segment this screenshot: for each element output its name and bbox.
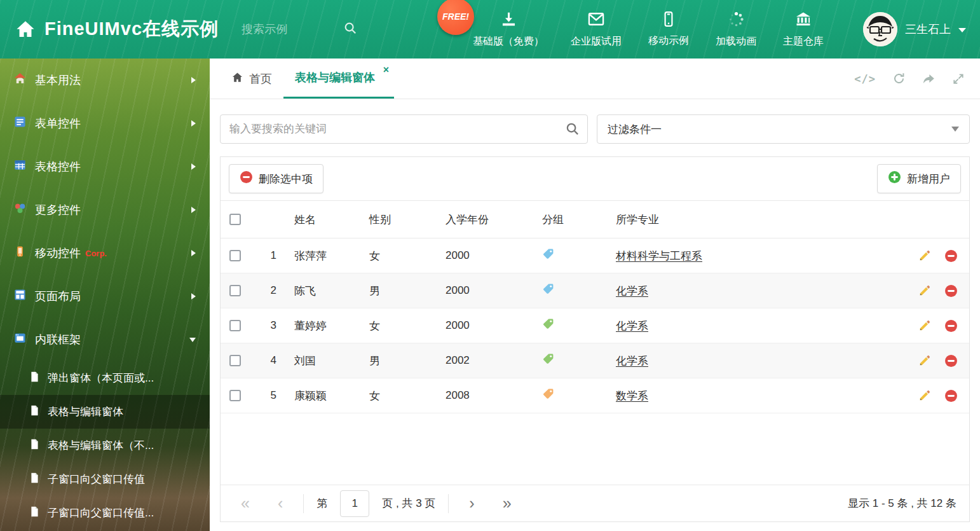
row-index: 1 [250,249,285,262]
delete-row-icon[interactable] [944,284,958,298]
cell-year: 2002 [446,354,542,367]
search-icon[interactable] [565,121,580,139]
code-icon[interactable]: </> [854,72,876,85]
row-index: 3 [250,319,285,332]
keyword-search-input[interactable] [220,114,588,144]
sidebar-subitem-popup-window[interactable]: 弹出窗体（本页面或... [0,361,210,395]
sidebar-item-form-controls[interactable]: 表单控件 [0,102,210,145]
filter-dropdown-value: 过滤条件一 [608,122,662,137]
row-index: 4 [250,354,285,367]
sidebar-item-label: 移动控件 [35,245,81,261]
cell-name: 康颖颖 [285,389,369,403]
sidebar-item-basic-usage[interactable]: 基本用法 [0,59,210,102]
tag-icon [542,318,554,333]
major-link[interactable]: 数学系 [616,390,648,402]
username: 三生石上 [905,22,951,37]
header-nav: 基础版（免费） 企业版试用 移动示例 加载动画 [473,0,824,59]
file-icon [29,506,40,520]
sidebar-item-inline-frame[interactable]: 内联框架 [0,318,210,361]
cell-year: 2000 [446,284,542,297]
major-link[interactable]: 化学系 [616,355,648,367]
sidebar-subitem-grid-edit-window[interactable]: 表格与编辑窗体 [0,395,210,429]
nav-item-enterprise-trial[interactable]: 企业版试用 [571,10,622,48]
add-user-button[interactable]: 新增用户 [877,164,961,193]
row-checkbox[interactable] [229,285,241,296]
close-icon[interactable]: × [383,64,389,76]
share-icon[interactable] [922,72,936,85]
sidebar-subitem-child-to-parent[interactable]: 子窗口向父窗口传值 [0,462,210,496]
sidebar-item-mobile-controls[interactable]: 移动控件 Corp. [0,231,210,275]
search-icon[interactable] [343,21,357,38]
tab-grid-edit-window[interactable]: 表格与编辑窗体 × [283,59,394,99]
next-page-icon[interactable]: › [461,495,482,511]
file-icon [29,405,40,419]
sidebar-item-page-layout[interactable]: 页面布局 [0,275,210,318]
grid-panel: 删除选中项 新增用户 姓名 性别 入学年份 分组 所学专业 [220,156,970,522]
spinner-icon [728,11,745,31]
major-link[interactable]: 材料科学与工程系 [616,250,702,262]
filter-dropdown[interactable]: 过滤条件一 [597,114,970,144]
sidebar-item-label: 表单控件 [35,116,81,131]
sidebar-item-grid-controls[interactable]: 表格控件 [0,145,210,188]
edit-pencil-icon[interactable] [918,319,932,333]
pager-suffix: 页 , 共 3 页 [382,496,435,511]
delete-row-icon[interactable] [944,249,958,263]
tag-icon [542,248,554,263]
avatar[interactable] [863,12,897,46]
chevron-down-icon [189,338,196,342]
delete-selected-button[interactable]: 删除选中项 [229,164,323,193]
page-number-input[interactable] [340,490,369,517]
edit-pencil-icon[interactable] [918,284,932,298]
last-page-icon[interactable]: » [495,495,519,511]
nav-item-loading-anim[interactable]: 加载动画 [716,11,756,48]
table-header-row: 姓名 性别 入学年份 分组 所学专业 [221,200,969,238]
delete-row-icon[interactable] [944,319,958,333]
sidebar-item-more-controls[interactable]: 更多控件 [0,188,210,231]
nav-item-basic-free[interactable]: 基础版（免费） [473,11,544,48]
col-header-group: 分组 [542,212,616,227]
edit-pencil-icon[interactable] [918,249,932,263]
button-label: 删除选中项 [259,172,313,186]
file-icon [29,439,40,453]
record-summary: 显示 1 - 5 条 , 共 12 条 [848,496,956,511]
header-search [242,21,357,38]
header-search-input[interactable] [242,23,337,36]
major-link[interactable]: 化学系 [616,285,648,297]
sidebar-subitem-grid-edit-window-2[interactable]: 表格与编辑窗体（不... [0,429,210,462]
chevron-down-icon [951,127,959,132]
sidebar-item-label: 页面布局 [35,289,81,304]
home-icon[interactable] [15,19,36,39]
row-checkbox[interactable] [229,250,241,261]
main-area: 首页 表格与编辑窗体 × </> [210,59,980,531]
nav-label: 加载动画 [716,35,756,48]
delete-row-icon[interactable] [944,354,958,368]
row-checkbox[interactable] [229,355,241,366]
row-checkbox[interactable] [229,390,241,401]
sidebar-subitem-label: 子窗口向父窗口传值 [48,472,145,486]
edit-pencil-icon[interactable] [918,354,932,368]
row-index: 5 [250,389,285,402]
cell-year: 2008 [446,389,542,402]
refresh-icon[interactable] [892,72,906,85]
row-checkbox[interactable] [229,320,241,331]
pager-prefix: 第 [316,496,327,511]
prev-page-icon[interactable]: ‹ [270,495,290,511]
nav-label: 企业版试用 [571,35,622,48]
nav-item-mobile-demo[interactable]: 移动示例 [648,11,689,48]
nav-label: 移动示例 [648,34,689,48]
delete-row-icon[interactable] [944,389,958,403]
chevron-right-icon [191,250,196,256]
select-all-checkbox[interactable] [229,214,241,225]
tab-home[interactable]: 首页 [220,59,283,99]
chevron-right-icon [191,293,196,300]
expand-icon[interactable] [952,72,965,85]
user-menu[interactable]: 三生石上 [863,0,966,59]
tag-icon [542,353,554,368]
first-page-icon[interactable]: « [233,495,257,511]
sidebar-subitem-child-to-parent-2[interactable]: 子窗口向父窗口传值... [0,496,210,530]
edit-pencil-icon[interactable] [918,389,932,403]
major-link[interactable]: 化学系 [616,320,648,332]
sidebar-item-label: 表格控件 [35,159,81,174]
nav-item-theme-store[interactable]: 主题仓库 [783,10,824,48]
grid-toolbar: 删除选中项 新增用户 [221,157,969,200]
